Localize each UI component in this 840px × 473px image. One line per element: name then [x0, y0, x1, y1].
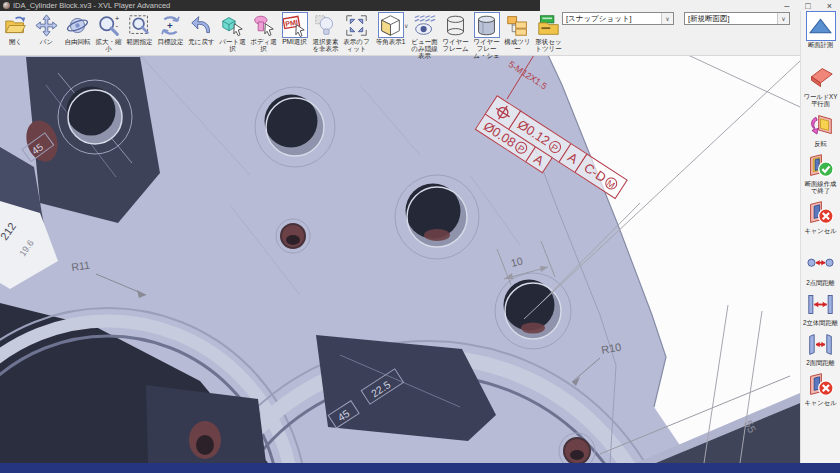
snapshot-dropdown[interactable]: [スナップショット] ∨ [562, 12, 674, 25]
pmi-select-icon: PMI [282, 12, 308, 38]
sidebar-item-distance-2solids[interactable]: 2立体間距離 [801, 289, 840, 326]
sidebar-item-label: 2立体間距離 [801, 319, 840, 326]
sidebar-item-cancel-x[interactable]: キャンセル [801, 197, 840, 234]
toolbar-item-view-hidden-line[interactable]: ビュー面のみ隠線表示 [409, 11, 440, 59]
cancel-x-icon [806, 197, 836, 227]
finish-check-icon [806, 150, 836, 180]
toolbar-item-label: 表示のフィット [341, 38, 372, 52]
sidebar-item-label: 2点間距離 [801, 279, 840, 286]
sidebar-item-label: 断面線作成で終了 [801, 180, 840, 194]
undo-icon [189, 12, 215, 38]
svg-text:-: - [116, 21, 119, 30]
title-bar: IDA_Cylinder Block.xv3 - XVL Player Adva… [0, 0, 840, 11]
toolbar-item-label: 選択要素を非表示 [310, 38, 341, 52]
wireframe-shading-icon [474, 12, 500, 38]
toolbar-item-iso-view[interactable]: ∨等角表示1 [372, 11, 409, 45]
viewport-3d[interactable]: 45 212 19.6 R11 10 R10 22.5 45 55 [0, 55, 800, 463]
world-xy-plane-icon [806, 63, 836, 93]
toolbar-item-fit-view[interactable]: 表示のフィット [341, 11, 372, 52]
toolbar-item-shapeset-tree[interactable]: 形状セットツリー [533, 11, 564, 52]
toolbar-item-body-select[interactable]: ボディ選択 [248, 11, 279, 52]
sidebar-item-distance-2points[interactable]: 2点間距離 [801, 249, 840, 286]
distance-2points-icon [806, 249, 836, 279]
toolbar-item-open-folder[interactable]: 開く [0, 11, 31, 45]
sidebar-item-label: 反転 [801, 140, 840, 147]
toolbar-item-label: PMI選択 [279, 38, 310, 45]
sidebar-item-section-measure[interactable]: 断面計測 [801, 11, 840, 48]
window-title: IDA_Cylinder Block.xv3 - XVL Player Adva… [13, 1, 170, 10]
toolbar-item-label: 自由回転 [62, 38, 93, 45]
view-hidden-line-icon [412, 12, 438, 38]
zoom-region-icon [127, 12, 153, 38]
sidebar-item-label: キャンセル [801, 227, 840, 234]
section-view-dropdown[interactable]: [新規断面図] ∨ [684, 12, 790, 25]
fit-view-icon [344, 12, 370, 38]
toolbar-item-label: ビュー面のみ隠線表示 [409, 38, 440, 59]
close-button[interactable]: × [827, 0, 832, 12]
toolbar-item-label: パン [31, 38, 62, 45]
sidebar-item-flip-plane[interactable]: 反転 [801, 110, 840, 147]
snapshot-dropdown-value: [スナップショット] [566, 14, 632, 24]
distance-2solids-icon [806, 289, 836, 319]
toolbar-item-undo[interactable]: 元に戻す [186, 11, 217, 45]
chevron-down-icon: ∨ [777, 13, 789, 24]
sidebar-item-cancel-x[interactable]: キャンセル [801, 369, 840, 406]
sidebar-item-label: ワールドXY平行面 [801, 93, 840, 107]
app-icon [3, 2, 10, 9]
toolbar-item-label: ワイヤーフレーム・シェ [471, 38, 502, 59]
toolbar-item-label: 等角表示1 [372, 38, 409, 45]
toolbar-item-zoom[interactable]: +-拡大・縮小 [93, 11, 124, 52]
toolbar-item-wireframe-shading[interactable]: ワイヤーフレーム・シェ [471, 11, 502, 59]
section-measure-icon [806, 11, 836, 41]
sidebar-item-world-xy-plane[interactable]: ワールドXY平行面 [801, 63, 840, 107]
sidebar-item-finish-check[interactable]: 断面線作成で終了 [801, 150, 840, 194]
sidebar-item-label: 断面計測 [801, 41, 840, 48]
toolbar-item-label: 開く [0, 38, 31, 45]
chevron-down-icon: ∨ [661, 13, 673, 24]
toolbar-item-set-target[interactable]: +目標設定 [155, 11, 186, 45]
toolbar-item-label: ボディ選択 [248, 38, 279, 52]
toolbar-item-label: 構成ツリー [502, 38, 533, 52]
flip-plane-icon [806, 110, 836, 140]
sidebar-item-label: キャンセル [801, 399, 840, 406]
part-select-icon [220, 12, 246, 38]
shapeset-tree-icon [536, 12, 562, 38]
toolbar-item-label: 範囲指定 [124, 38, 155, 45]
title-bar-left: IDA_Cylinder Block.xv3 - XVL Player Adva… [0, 0, 540, 11]
toolbar-item-part-select[interactable]: パート選択 [217, 11, 248, 52]
cancel-x-icon [806, 369, 836, 399]
set-target-icon: + [158, 12, 184, 38]
window-controls: – □ × [784, 0, 832, 12]
toolbar-item-label: ワイヤーフレーム [440, 38, 471, 52]
toolbar-item-label: 拡大・縮小 [93, 38, 124, 52]
iso-view-icon: ∨ [378, 12, 404, 38]
wireframe-icon [443, 12, 469, 38]
toolbar-item-wireframe[interactable]: ワイヤーフレーム [440, 11, 471, 52]
toolbar-item-hide-selected[interactable]: 選択要素を非表示 [310, 11, 341, 52]
section-tool-sidebar: 断面計測ワールドXY平行面反転断面線作成で終了キャンセル2点間距離2立体間距離2… [800, 11, 840, 463]
svg-text:+: + [167, 20, 173, 31]
toolbar-item-pmi-select[interactable]: PMIPMI選択 [279, 11, 310, 45]
minimize-button[interactable]: – [784, 0, 789, 12]
pan-icon [34, 12, 60, 38]
dimension-label: R11 [71, 259, 91, 273]
toolbar-item-pan[interactable]: パン [31, 11, 62, 45]
open-folder-icon [3, 12, 29, 38]
main-toolbar: 開くパン自由回転+-拡大・縮小範囲指定+目標設定元に戻すパート選択ボディ選択PM… [0, 11, 840, 56]
windows-taskbar [0, 463, 840, 473]
section-view-dropdown-value: [新規断面図] [688, 14, 730, 24]
distance-2faces-icon [806, 329, 836, 359]
body-select-icon [251, 12, 277, 38]
hide-selected-icon [313, 12, 339, 38]
cad-model-cylinder-block: 45 212 19.6 R11 10 R10 22.5 45 55 [0, 55, 800, 463]
toolbar-item-label: 元に戻す [186, 38, 217, 45]
toolbar-item-zoom-region[interactable]: 範囲指定 [124, 11, 155, 45]
toolbar-item-label: パート選択 [217, 38, 248, 52]
zoom-icon: +- [96, 12, 122, 38]
structure-tree-icon [505, 12, 531, 38]
maximize-button[interactable]: □ [805, 0, 810, 12]
toolbar-item-free-rotate[interactable]: 自由回転 [62, 11, 93, 45]
toolbar-item-structure-tree[interactable]: 構成ツリー [502, 11, 533, 52]
free-rotate-icon [65, 12, 91, 38]
sidebar-item-distance-2faces[interactable]: 2面間距離 [801, 329, 840, 366]
